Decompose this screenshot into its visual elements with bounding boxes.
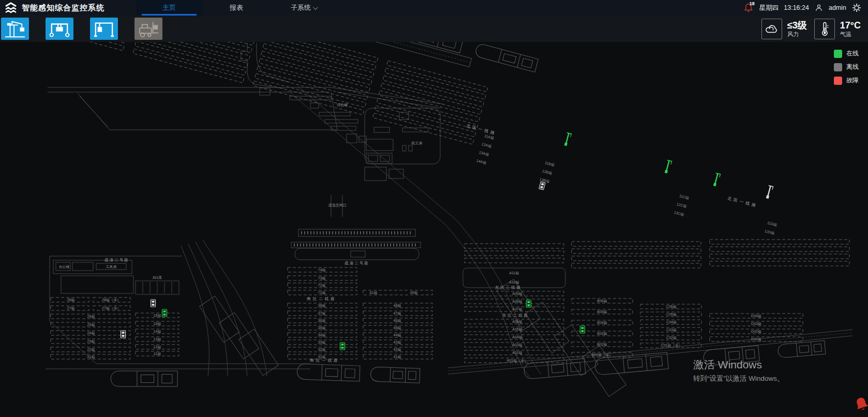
quay-crane-icon: [3, 19, 27, 39]
svg-text:28箱（冷）: 28箱（冷）: [102, 298, 121, 302]
svg-text:14箱: 14箱: [154, 330, 161, 333]
brand: 智能感知综合监控系统: [0, 0, 136, 16]
svg-text:12箱: 12箱: [154, 345, 161, 349]
svg-text:16箱: 16箱: [154, 314, 161, 317]
svg-text:南区二线路: 南区二线路: [306, 296, 337, 301]
rtg-crane-button[interactable]: [46, 18, 73, 40]
buildings: [53, 96, 440, 293]
svg-text:14A箱: 14A箱: [476, 159, 487, 165]
svg-text:47箱: 47箱: [394, 311, 401, 315]
port-map-svg[interactable]: 北区一线路北区一线路疏港二号路疏港二号路南区二线路南区一线路东区三线路东区二线路…: [0, 42, 868, 417]
svg-text:73箱: 73箱: [318, 276, 326, 280]
legend-item-fault: 故障: [834, 76, 859, 85]
temperature-label: 气温: [840, 31, 861, 38]
gear-icon[interactable]: [851, 3, 862, 13]
truck-marker-offline[interactable]: [121, 331, 126, 338]
crane-marker-online[interactable]: [563, 132, 572, 146]
crane-marker-online[interactable]: [712, 173, 721, 187]
north-pier: [18, 42, 538, 155]
tab-subsystem[interactable]: 子系统: [270, 0, 337, 16]
weather-panel: ≤3级 风力 17°C 气温: [761, 19, 868, 39]
username[interactable]: admin: [829, 4, 846, 11]
svg-text:11B箱: 11B箱: [545, 161, 555, 167]
wind-group: ≤3级 风力: [761, 19, 807, 39]
svg-text:15箱: 15箱: [154, 322, 161, 325]
crane-marker-offline[interactable]: [765, 185, 773, 199]
quay-crane-button[interactable]: [1, 18, 29, 40]
svg-text:37箱: 37箱: [318, 311, 326, 315]
crane-marker-online[interactable]: [664, 160, 672, 174]
truck-marker-online[interactable]: [340, 342, 345, 350]
fault-label: 故障: [846, 76, 859, 85]
svg-text:南区一线路: 南区一线路: [309, 358, 340, 363]
legend-item-online: 在线: [834, 49, 859, 58]
notification-bell-button[interactable]: 18: [743, 2, 754, 14]
svg-text:机工房: 机工房: [412, 141, 423, 145]
wind-label: 风力: [787, 31, 807, 38]
svg-text:A06箱: A06箱: [512, 320, 522, 323]
forklift-button[interactable]: [134, 18, 162, 40]
equipment-buttons: [1, 18, 162, 40]
svg-text:42箱: 42箱: [394, 348, 401, 351]
notification-count: 18: [750, 1, 755, 6]
svg-text:B05箱: B05箱: [597, 310, 607, 314]
tab-reports[interactable]: 报表: [203, 0, 270, 16]
svg-text:31箱: 31箱: [318, 355, 326, 359]
svg-text:B03箱: B03箱: [597, 332, 607, 335]
truck-marker-online[interactable]: [527, 300, 531, 307]
north-ships: [98, 42, 538, 73]
svg-text:C02箱: C02箱: [666, 336, 677, 339]
svg-text:B04箱: B04箱: [597, 321, 607, 324]
svg-text:34箱: 34箱: [318, 333, 326, 337]
truck-marker-offline[interactable]: [151, 300, 156, 307]
svg-text:27箱: 27箱: [67, 306, 75, 310]
tab-home-label: 主页: [162, 3, 176, 12]
svg-text:74箱: 74箱: [318, 268, 326, 272]
svg-text:C04箱: C04箱: [666, 320, 677, 324]
truck-marker-online[interactable]: [162, 309, 167, 317]
top-bar: 智能感知综合监控系统 主页 报表 子系统 18 星期四 1: [0, 0, 868, 16]
svg-text:27箱（冷）: 27箱（冷）: [102, 306, 121, 310]
alarm-bell-button[interactable]: [852, 395, 868, 414]
svg-text:D02箱: D02箱: [751, 330, 761, 333]
svg-text:36箱: 36箱: [318, 319, 326, 322]
wind-cloud-icon: [765, 22, 779, 36]
user-icon: [814, 3, 824, 13]
svg-text:11C箱: 11C箱: [679, 194, 689, 200]
svg-text:东区二线路: 东区二线路: [502, 313, 530, 318]
svg-text:A03箱: A03箱: [512, 343, 522, 347]
truck-marker-offline[interactable]: [539, 182, 545, 190]
app-logo-icon: [4, 1, 18, 14]
svg-text:32箱: 32箱: [318, 348, 326, 351]
svg-text:61箱: 61箱: [370, 291, 378, 294]
svg-text:71箱: 71箱: [318, 291, 326, 294]
svg-text:疏港二号路: 疏港二号路: [104, 258, 129, 262]
rmg-crane-button[interactable]: [90, 18, 118, 40]
svg-text:东区三线路: 东区三线路: [495, 285, 522, 290]
forklift-icon: [137, 19, 160, 39]
truck-marker-online[interactable]: [580, 326, 585, 333]
tab-home[interactable]: 主页: [136, 0, 203, 16]
svg-text:北区一线路: 北区一线路: [466, 123, 497, 136]
svg-text:13C箱: 13C箱: [674, 211, 684, 217]
monitoring-app: 智能感知综合监控系统 主页 报表 子系统 18 星期四 1: [0, 0, 868, 417]
svg-text:B01箱（冷）: B01箱（冷）: [592, 353, 612, 357]
tab-reports-label: 报表: [230, 3, 243, 12]
svg-text:11箱: 11箱: [154, 352, 161, 355]
fault-swatch: [834, 77, 842, 85]
offline-label: 离线: [846, 63, 859, 71]
svg-text:13箱: 13箱: [154, 337, 161, 341]
svg-text:21箱: 21箱: [87, 355, 95, 359]
rmg-crane-icon: [92, 19, 116, 39]
app-title: 智能感知综合监控系统: [22, 3, 104, 13]
svg-text:疏港二号路: 疏港二号路: [345, 261, 369, 265]
svg-text:A01箱（冷）: A01箱（冷）: [507, 359, 528, 363]
svg-text:A10箱: A10箱: [509, 280, 519, 284]
svg-text:26箱: 26箱: [87, 315, 95, 318]
svg-text:A02箱: A02箱: [512, 351, 522, 354]
svg-text:41箱: 41箱: [394, 355, 401, 359]
map-labels: 北区一线路北区一线路疏港二号路疏港二号路南区二线路南区一线路东区三线路东区二线路…: [59, 103, 777, 363]
svg-text:综合楼: 综合楼: [337, 103, 348, 107]
svg-text:48箱: 48箱: [394, 304, 401, 307]
port-map-area[interactable]: 北区一线路北区一线路疏港二号路疏港二号路南区二线路南区一线路东区三线路东区二线路…: [0, 42, 868, 417]
